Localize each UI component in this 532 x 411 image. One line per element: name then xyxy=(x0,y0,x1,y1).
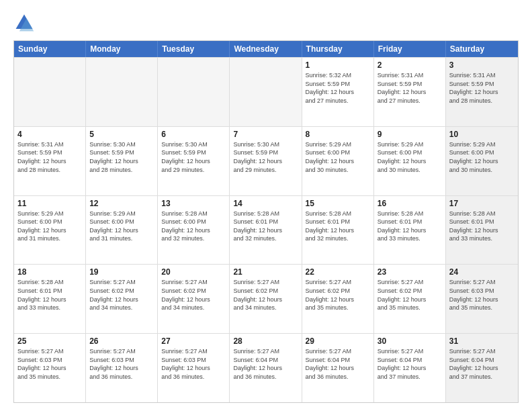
calendar-cell-4: 4Sunrise: 5:31 AM Sunset: 5:59 PM Daylig… xyxy=(14,127,86,195)
calendar-cell-15: 15Sunrise: 5:28 AM Sunset: 6:01 PM Dayli… xyxy=(302,196,374,265)
day-number: 28 xyxy=(233,336,298,346)
day-number: 20 xyxy=(161,267,226,277)
day-number: 7 xyxy=(233,130,298,139)
calendar-header: SundayMondayTuesdayWednesdayThursdayFrid… xyxy=(14,41,518,57)
day-number: 26 xyxy=(89,336,154,346)
day-info: Sunrise: 5:32 AM Sunset: 5:59 PM Dayligh… xyxy=(306,71,370,105)
calendar-row-2: 11Sunrise: 5:29 AM Sunset: 6:00 PM Dayli… xyxy=(14,195,518,265)
day-info: Sunrise: 5:30 AM Sunset: 5:59 PM Dayligh… xyxy=(233,140,298,174)
day-info: Sunrise: 5:27 AM Sunset: 6:03 PM Dayligh… xyxy=(17,347,82,381)
day-number: 30 xyxy=(378,336,442,346)
day-number: 29 xyxy=(306,336,370,346)
day-number: 22 xyxy=(306,267,370,277)
calendar-cell-23: 23Sunrise: 5:27 AM Sunset: 6:02 PM Dayli… xyxy=(374,265,446,333)
day-number: 14 xyxy=(233,199,298,208)
day-number: 25 xyxy=(17,336,82,346)
day-info: Sunrise: 5:28 AM Sunset: 6:01 PM Dayligh… xyxy=(306,210,370,243)
calendar-cell-28: 28Sunrise: 5:27 AM Sunset: 6:04 PM Dayli… xyxy=(230,334,302,402)
calendar-cell-22: 22Sunrise: 5:27 AM Sunset: 6:02 PM Dayli… xyxy=(302,265,374,333)
day-number: 19 xyxy=(89,267,154,277)
day-number: 27 xyxy=(161,336,226,346)
day-number: 17 xyxy=(449,199,515,208)
calendar-body: 1Sunrise: 5:32 AM Sunset: 5:59 PM Daylig… xyxy=(14,57,518,402)
calendar-row-3: 18Sunrise: 5:28 AM Sunset: 6:01 PM Dayli… xyxy=(14,264,518,333)
day-info: Sunrise: 5:28 AM Sunset: 6:01 PM Dayligh… xyxy=(17,278,82,312)
calendar-cell-14: 14Sunrise: 5:28 AM Sunset: 6:01 PM Dayli… xyxy=(230,196,302,265)
calendar-cell-3: 3Sunrise: 5:31 AM Sunset: 5:59 PM Daylig… xyxy=(446,58,518,126)
day-info: Sunrise: 5:27 AM Sunset: 6:02 PM Dayligh… xyxy=(161,278,226,312)
calendar-cell-25: 25Sunrise: 5:27 AM Sunset: 6:03 PM Dayli… xyxy=(14,334,86,402)
day-info: Sunrise: 5:27 AM Sunset: 6:04 PM Dayligh… xyxy=(233,347,298,381)
day-info: Sunrise: 5:28 AM Sunset: 6:01 PM Dayligh… xyxy=(378,210,442,243)
day-number: 4 xyxy=(17,130,82,139)
day-number: 21 xyxy=(233,267,298,277)
day-number: 2 xyxy=(378,60,442,70)
calendar-cell-empty-1 xyxy=(86,58,158,126)
day-number: 1 xyxy=(306,60,370,70)
day-info: Sunrise: 5:31 AM Sunset: 5:59 PM Dayligh… xyxy=(449,71,515,105)
weekday-header-monday: Monday xyxy=(86,41,158,57)
day-number: 31 xyxy=(449,336,515,346)
day-info: Sunrise: 5:29 AM Sunset: 6:00 PM Dayligh… xyxy=(17,210,82,243)
day-info: Sunrise: 5:27 AM Sunset: 6:04 PM Dayligh… xyxy=(449,347,515,381)
calendar: SundayMondayTuesdayWednesdayThursdayFrid… xyxy=(13,40,519,403)
calendar-cell-6: 6Sunrise: 5:30 AM Sunset: 5:59 PM Daylig… xyxy=(158,127,230,195)
calendar-cell-27: 27Sunrise: 5:27 AM Sunset: 6:03 PM Dayli… xyxy=(158,334,230,402)
day-number: 24 xyxy=(449,267,515,277)
day-info: Sunrise: 5:28 AM Sunset: 6:00 PM Dayligh… xyxy=(161,210,226,243)
day-number: 16 xyxy=(378,199,442,208)
day-number: 11 xyxy=(17,199,82,208)
calendar-row-1: 4Sunrise: 5:31 AM Sunset: 5:59 PM Daylig… xyxy=(14,126,518,195)
calendar-row-0: 1Sunrise: 5:32 AM Sunset: 5:59 PM Daylig… xyxy=(14,57,518,126)
day-number: 5 xyxy=(89,130,154,139)
logo xyxy=(13,12,39,34)
day-info: Sunrise: 5:31 AM Sunset: 5:59 PM Dayligh… xyxy=(378,71,442,105)
calendar-cell-30: 30Sunrise: 5:27 AM Sunset: 6:04 PM Dayli… xyxy=(374,334,446,402)
calendar-cell-13: 13Sunrise: 5:28 AM Sunset: 6:00 PM Dayli… xyxy=(158,196,230,265)
calendar-cell-21: 21Sunrise: 5:27 AM Sunset: 6:02 PM Dayli… xyxy=(230,265,302,333)
day-info: Sunrise: 5:27 AM Sunset: 6:03 PM Dayligh… xyxy=(161,347,226,381)
day-number: 3 xyxy=(449,60,515,70)
day-info: Sunrise: 5:28 AM Sunset: 6:01 PM Dayligh… xyxy=(449,210,515,243)
calendar-cell-8: 8Sunrise: 5:29 AM Sunset: 6:00 PM Daylig… xyxy=(302,127,374,195)
day-number: 23 xyxy=(378,267,442,277)
weekday-header-wednesday: Wednesday xyxy=(230,41,302,57)
day-number: 9 xyxy=(378,130,442,139)
day-info: Sunrise: 5:29 AM Sunset: 6:00 PM Dayligh… xyxy=(449,140,515,174)
weekday-header-tuesday: Tuesday xyxy=(158,41,230,57)
weekday-header-friday: Friday xyxy=(374,41,446,57)
calendar-cell-29: 29Sunrise: 5:27 AM Sunset: 6:04 PM Dayli… xyxy=(302,334,374,402)
day-number: 15 xyxy=(306,199,370,208)
calendar-cell-9: 9Sunrise: 5:29 AM Sunset: 6:00 PM Daylig… xyxy=(374,127,446,195)
calendar-cell-17: 17Sunrise: 5:28 AM Sunset: 6:01 PM Dayli… xyxy=(446,196,518,265)
day-info: Sunrise: 5:27 AM Sunset: 6:02 PM Dayligh… xyxy=(89,278,154,312)
day-info: Sunrise: 5:27 AM Sunset: 6:03 PM Dayligh… xyxy=(89,347,154,381)
calendar-cell-31: 31Sunrise: 5:27 AM Sunset: 6:04 PM Dayli… xyxy=(446,334,518,402)
calendar-cell-2: 2Sunrise: 5:31 AM Sunset: 5:59 PM Daylig… xyxy=(374,58,446,126)
day-number: 6 xyxy=(161,130,226,139)
day-info: Sunrise: 5:31 AM Sunset: 5:59 PM Dayligh… xyxy=(17,140,82,174)
calendar-cell-18: 18Sunrise: 5:28 AM Sunset: 6:01 PM Dayli… xyxy=(14,265,86,333)
calendar-cell-11: 11Sunrise: 5:29 AM Sunset: 6:00 PM Dayli… xyxy=(14,196,86,265)
weekday-header-saturday: Saturday xyxy=(446,41,518,57)
day-info: Sunrise: 5:27 AM Sunset: 6:02 PM Dayligh… xyxy=(378,278,442,312)
header xyxy=(13,12,519,34)
calendar-cell-26: 26Sunrise: 5:27 AM Sunset: 6:03 PM Dayli… xyxy=(86,334,158,402)
day-info: Sunrise: 5:30 AM Sunset: 5:59 PM Dayligh… xyxy=(89,140,154,174)
day-number: 18 xyxy=(17,267,82,277)
day-info: Sunrise: 5:27 AM Sunset: 6:04 PM Dayligh… xyxy=(378,347,442,381)
calendar-cell-16: 16Sunrise: 5:28 AM Sunset: 6:01 PM Dayli… xyxy=(374,196,446,265)
calendar-cell-12: 12Sunrise: 5:29 AM Sunset: 6:00 PM Dayli… xyxy=(86,196,158,265)
day-info: Sunrise: 5:27 AM Sunset: 6:03 PM Dayligh… xyxy=(449,278,515,312)
day-number: 13 xyxy=(161,199,226,208)
weekday-header-thursday: Thursday xyxy=(302,41,374,57)
calendar-cell-empty-3 xyxy=(230,58,302,126)
calendar-cell-10: 10Sunrise: 5:29 AM Sunset: 6:00 PM Dayli… xyxy=(446,127,518,195)
day-number: 8 xyxy=(306,130,370,139)
day-info: Sunrise: 5:29 AM Sunset: 6:00 PM Dayligh… xyxy=(378,140,442,174)
day-info: Sunrise: 5:29 AM Sunset: 6:00 PM Dayligh… xyxy=(89,210,154,243)
calendar-cell-24: 24Sunrise: 5:27 AM Sunset: 6:03 PM Dayli… xyxy=(446,265,518,333)
day-info: Sunrise: 5:30 AM Sunset: 5:59 PM Dayligh… xyxy=(161,140,226,174)
logo-icon xyxy=(13,12,35,34)
weekday-header-sunday: Sunday xyxy=(14,41,86,57)
